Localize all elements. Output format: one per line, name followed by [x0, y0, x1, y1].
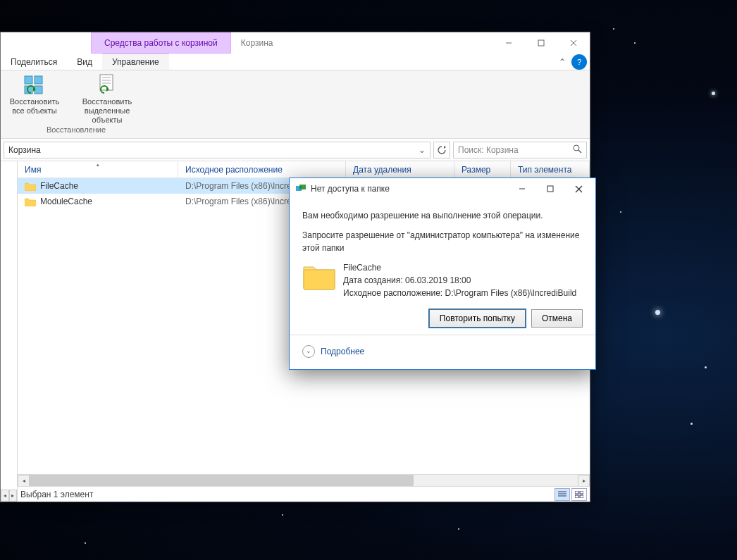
retry-button[interactable]: Повторить попытку	[429, 309, 526, 328]
file-name: ModuleCache	[40, 197, 92, 206]
tab-manage[interactable]: Управление	[102, 54, 169, 70]
access-denied-dialog: Нет доступа к папке Вам необходимо разре…	[289, 178, 596, 370]
help-icon[interactable]: ?	[571, 54, 587, 70]
h-scroll-thumb[interactable]	[30, 475, 414, 486]
details-icon	[558, 491, 566, 498]
search-box[interactable]: Поиск: Корзина	[453, 142, 587, 158]
folder-large-icon	[302, 261, 336, 291]
view-details-button[interactable]	[555, 488, 570, 501]
address-dropdown-icon[interactable]: ⌄	[419, 145, 426, 155]
h-scroll-right[interactable]: ▸	[578, 475, 590, 487]
dialog-created-label: Дата создания:	[343, 275, 405, 285]
restore-selected-label-2: выделенные объекты	[68, 106, 146, 125]
dialog-message-2: Запросите разрешение от "администратор к…	[302, 229, 583, 254]
restore-selected-label-1: Восстановить	[82, 97, 132, 106]
nav-pane[interactable]: ◂ ▸	[1, 161, 18, 502]
dialog-message-1: Вам необходимо разрешение на выполнение …	[302, 209, 583, 222]
restore-all-label-1: Восстановить	[10, 97, 59, 106]
column-size[interactable]: Размер	[454, 161, 511, 178]
status-bar: Выбран 1 элемент	[18, 486, 590, 502]
svg-point-15	[574, 145, 579, 151]
ribbon-context-tab[interactable]: Средства работы с корзиной	[91, 32, 231, 54]
title-bar[interactable]: Средства работы с корзиной Корзина	[1, 32, 590, 54]
restore-all-label-2: все объекты	[12, 106, 56, 116]
icons-view-icon	[575, 491, 583, 498]
h-scroll-track[interactable]	[30, 475, 578, 486]
column-headers: Имя Исходное расположение Дата удаления …	[18, 161, 590, 178]
dialog-title: Нет доступа к папке	[311, 184, 508, 194]
restore-all-icon	[23, 73, 46, 96]
folder-icon	[25, 197, 36, 206]
nav-scroll-right[interactable]: ▸	[9, 490, 18, 502]
column-orig-location[interactable]: Исходное расположение	[178, 161, 346, 178]
svg-rect-7	[35, 86, 42, 94]
svg-rect-4	[25, 76, 32, 84]
tab-view[interactable]: Вид	[67, 54, 102, 70]
ribbon-tabs: Поделиться Вид Управление ⌃ ?	[1, 54, 590, 70]
dialog-separator	[290, 335, 595, 335]
address-row: Корзина ⌄ Поиск: Корзина	[1, 139, 590, 161]
ribbon-group-label: Восстановление	[47, 125, 106, 135]
svg-rect-23	[580, 495, 583, 498]
view-icons-button[interactable]	[571, 488, 587, 501]
svg-rect-25	[299, 185, 306, 189]
details-toggle[interactable]: ⌄ Подробнее	[302, 340, 583, 361]
search-placeholder: Поиск: Корзина	[458, 145, 519, 155]
ribbon: Восстановить все объекты Восстановить вы…	[1, 70, 590, 139]
column-date-deleted[interactable]: Дата удаления	[346, 161, 454, 178]
refresh-icon	[437, 145, 447, 155]
dialog-orig-value: D:\Program Files (x86)\IncrediBuild	[445, 288, 577, 298]
window-title: Корзина	[231, 32, 493, 54]
tab-share[interactable]: Поделиться	[1, 54, 67, 70]
folder-icon	[25, 182, 36, 191]
svg-rect-20	[575, 491, 578, 494]
restore-selected-icon	[96, 73, 118, 96]
column-type[interactable]: Тип элемента	[511, 161, 590, 178]
cancel-button[interactable]: Отмена	[531, 309, 583, 328]
h-scrollbar[interactable]: ◂ ▸	[18, 474, 590, 486]
dialog-folder-name: FileCache	[343, 261, 576, 274]
dialog-titlebar[interactable]: Нет доступа к папке	[290, 178, 595, 199]
details-label: Подробнее	[321, 345, 364, 358]
dialog-orig-label: Исходное расположение:	[343, 288, 445, 298]
minimize-button[interactable]	[493, 32, 525, 54]
status-text: Выбран 1 элемент	[20, 490, 93, 499]
svg-rect-5	[35, 76, 42, 84]
dialog-minimize-button[interactable]	[508, 179, 536, 199]
svg-marker-14	[444, 146, 446, 149]
h-scroll-left[interactable]: ◂	[18, 475, 30, 487]
dialog-close-button[interactable]	[564, 179, 593, 199]
search-icon	[573, 144, 582, 156]
dialog-created-value: 06.03.2019 18:00	[405, 275, 471, 285]
address-bar[interactable]: Корзина ⌄	[4, 142, 431, 158]
close-button[interactable]	[557, 32, 590, 54]
column-name[interactable]: Имя	[18, 161, 178, 178]
svg-rect-27	[547, 186, 553, 192]
refresh-button[interactable]	[433, 142, 450, 158]
maximize-button[interactable]	[525, 32, 557, 54]
svg-line-16	[578, 150, 581, 153]
dialog-folder-info: FileCache Дата создания: 06.03.2019 18:0…	[302, 261, 583, 299]
svg-rect-21	[580, 491, 583, 494]
restore-all-button[interactable]: Восстановить все объекты	[6, 73, 63, 125]
file-name: FileCache	[40, 181, 78, 191]
svg-rect-22	[575, 495, 578, 498]
address-path: Корзина	[8, 145, 41, 155]
dialog-title-icon	[295, 183, 306, 194]
ribbon-collapse-icon[interactable]: ⌃	[556, 54, 569, 70]
restore-selected-button[interactable]: Восстановить выделенные объекты	[68, 73, 146, 125]
ribbon-group-restore: Восстановить все объекты Восстановить вы…	[6, 73, 146, 135]
svg-rect-1	[538, 40, 544, 46]
chevron-down-icon: ⌄	[302, 345, 315, 358]
nav-scroll-left[interactable]: ◂	[1, 490, 9, 502]
dialog-maximize-button[interactable]	[536, 179, 564, 199]
